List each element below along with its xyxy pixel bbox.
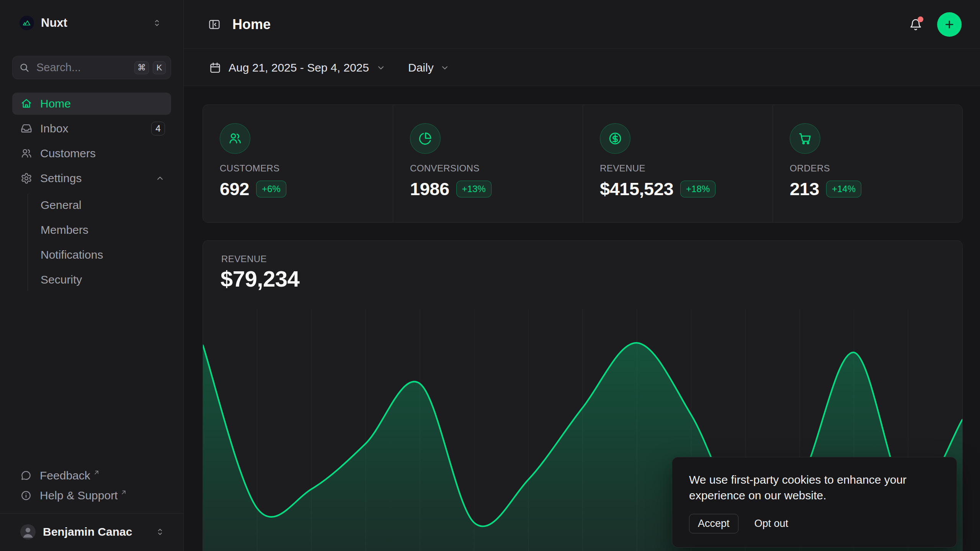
chevron-down-icon — [376, 63, 386, 73]
home-icon — [20, 98, 33, 110]
stat-label: CUSTOMERS — [220, 163, 376, 174]
stat-delta-badge: +14% — [826, 181, 861, 197]
stat-card-customers: CUSTOMERS 692 +6% — [203, 105, 393, 222]
avatar — [20, 524, 36, 540]
revenue-chart-label: REVENUE — [221, 254, 267, 264]
external-link-icon — [121, 489, 127, 496]
sidebar-item-label: Help & Support — [40, 489, 118, 502]
stat-value: 692 — [220, 178, 249, 199]
workspace-name: Nuxt — [41, 16, 67, 30]
kbd-cmd: ⌘ — [134, 61, 149, 74]
sidebar-item-label: Customers — [40, 147, 96, 160]
dollar-circle-icon — [600, 123, 630, 154]
users-icon — [220, 123, 250, 154]
sidebar-item-label: Home — [40, 97, 71, 110]
revenue-chart-total: $79,234 — [220, 266, 299, 292]
stat-delta-badge: +6% — [256, 181, 286, 197]
sidebar-nav: Home Inbox 4 Customers — [12, 93, 171, 291]
date-range-picker[interactable]: Aug 21, 2025 - Sep 4, 2025 — [209, 61, 386, 74]
stats-grid: CUSTOMERS 692 +6% CONVERSIONS 1986 +13% — [203, 104, 963, 223]
sidebar-item-feedback[interactable]: Feedback — [12, 466, 171, 486]
stat-value: 213 — [790, 178, 819, 199]
stat-card-orders: ORDERS 213 +14% — [773, 105, 962, 222]
inbox-count-badge: 4 — [151, 122, 165, 135]
search-placeholder: Search... — [36, 61, 81, 74]
sidebar-item-label: Feedback — [40, 469, 90, 482]
page-title: Home — [232, 16, 271, 33]
info-circle-icon — [20, 490, 32, 501]
chevron-down-icon — [440, 63, 450, 73]
header-actions — [909, 12, 962, 37]
stat-card-conversions: CONVERSIONS 1986 +13% — [393, 105, 583, 222]
stat-delta-badge: +13% — [456, 181, 492, 197]
sidebar-spacer — [12, 291, 171, 466]
user-menu[interactable]: Benjamin Canac — [12, 516, 171, 548]
gear-icon — [20, 172, 33, 184]
notifications-button[interactable] — [909, 18, 923, 31]
stat-label: REVENUE — [600, 163, 756, 174]
stat-label: CONVERSIONS — [410, 163, 566, 174]
sidebar-item-general[interactable]: General — [41, 194, 171, 216]
search-icon — [19, 62, 30, 73]
sidebar-item-security[interactable]: Security — [41, 269, 171, 291]
stat-value: $415,523 — [600, 178, 673, 199]
workspace-switcher[interactable]: Nuxt — [12, 11, 171, 35]
sidebar-item-notifications[interactable]: Notifications — [41, 244, 171, 266]
sidebar-item-help-support[interactable]: Help & Support — [12, 486, 171, 505]
add-button[interactable] — [937, 12, 962, 37]
inbox-icon — [20, 122, 33, 135]
opt-out-button[interactable]: Opt out — [755, 514, 789, 533]
sidebar-item-inbox[interactable]: Inbox 4 — [12, 117, 171, 140]
kbd-k: K — [153, 61, 166, 74]
sidebar-item-members[interactable]: Members — [41, 219, 171, 241]
sidebar-item-settings[interactable]: Settings — [12, 167, 171, 189]
cookie-banner: We use first-party cookies to enhance yo… — [672, 457, 957, 548]
sidebar-toggle-button[interactable] — [208, 18, 221, 31]
search-shortcut: ⌘ K — [134, 61, 166, 74]
accept-button[interactable]: Accept — [689, 514, 738, 533]
external-link-icon — [93, 469, 100, 476]
sidebar-divider — [0, 513, 183, 514]
settings-subnav: General Members Notifications Security — [28, 194, 171, 291]
search-input[interactable]: Search... ⌘ K — [12, 56, 171, 79]
cookie-message: We use first-party cookies to enhance yo… — [689, 472, 940, 503]
nuxt-logo-icon — [20, 16, 34, 30]
expand-chevrons-icon — [152, 18, 162, 28]
sidebar-item-customers[interactable]: Customers — [12, 142, 171, 165]
date-range-value: Aug 21, 2025 - Sep 4, 2025 — [229, 61, 369, 74]
filters-toolbar: Aug 21, 2025 - Sep 4, 2025 Daily — [184, 49, 980, 86]
pie-chart-icon — [410, 123, 441, 154]
stat-label: ORDERS — [790, 163, 946, 174]
sidebar-item-home[interactable]: Home — [12, 93, 171, 115]
stat-value: 1986 — [410, 178, 449, 199]
chat-bubble-icon — [20, 470, 32, 481]
calendar-icon — [209, 61, 222, 74]
stat-delta-badge: +18% — [680, 181, 715, 197]
sidebar-item-label: Inbox — [40, 122, 68, 135]
stat-card-revenue: REVENUE $415,523 +18% — [583, 105, 773, 222]
page-header: Home — [184, 0, 980, 49]
notification-dot — [918, 16, 923, 22]
sidebar: Nuxt Search... ⌘ K Home — [0, 0, 184, 551]
users-icon — [20, 147, 33, 160]
cart-icon — [790, 123, 820, 154]
granularity-value: Daily — [408, 61, 434, 74]
granularity-select[interactable]: Daily — [408, 61, 450, 74]
chevron-up-icon — [155, 173, 165, 183]
user-name: Benjamin Canac — [43, 525, 132, 538]
expand-chevrons-icon — [155, 527, 165, 537]
sidebar-item-label: Settings — [40, 172, 82, 185]
